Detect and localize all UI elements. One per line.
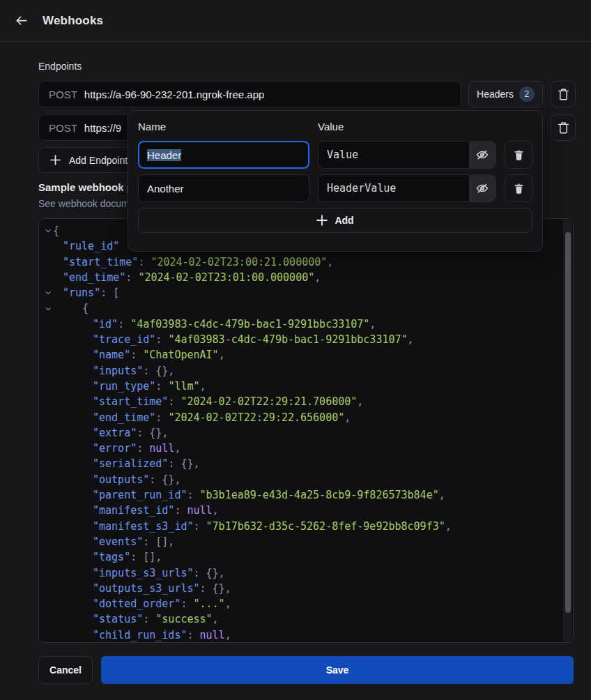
code-gutter xyxy=(43,332,53,347)
headers-count-badge: 2 xyxy=(519,86,535,102)
code-gutter xyxy=(43,317,53,332)
code-gutter xyxy=(43,410,53,425)
code-gutter xyxy=(43,487,53,503)
code-scrollbar-thumb[interactable] xyxy=(565,232,571,613)
code-gutter xyxy=(43,394,53,409)
cancel-button[interactable]: Cancel xyxy=(38,656,93,684)
code-gutter xyxy=(43,254,53,270)
back-button[interactable] xyxy=(13,13,29,29)
header-name-text: Another xyxy=(147,183,184,195)
endpoint-method: POST xyxy=(49,122,77,134)
plus-icon xyxy=(316,215,328,226)
collapse-caret-icon[interactable] xyxy=(43,285,53,300)
delete-header-button[interactable] xyxy=(505,141,532,169)
collapse-caret-icon[interactable] xyxy=(43,223,53,238)
arrow-left-icon xyxy=(14,13,29,28)
page-title: Webhooks xyxy=(43,14,103,28)
trash-icon xyxy=(514,183,524,195)
webhooks-panel: Webhooks Endpoints POST https://a-96-90-… xyxy=(0,0,591,700)
top-bar: Webhooks xyxy=(0,0,591,42)
eye-off-icon xyxy=(475,181,489,195)
headers-popover: Name Value Header Value xyxy=(128,110,543,252)
code-line: "parent_run_id": "b3b1ea89-e43d-4a25-8cb… xyxy=(43,487,559,503)
collapse-caret-icon[interactable] xyxy=(43,300,53,316)
add-endpoint-label: Add Endpoint xyxy=(69,155,128,166)
code-line: "manifest_id": null, xyxy=(43,503,559,518)
endpoint-row: POST https://a-96-90-232-201.ngrok-free.… xyxy=(38,81,461,107)
code-line: "id": "4af03983-c4dc-479b-bac1-9291bbc33… xyxy=(43,317,559,332)
code-gutter xyxy=(43,596,53,611)
code-gutter xyxy=(43,581,53,596)
endpoint-url: https://9 xyxy=(84,122,121,134)
code-line: "error": null, xyxy=(43,441,559,456)
code-line: "status": "success", xyxy=(43,611,559,627)
code-line: "run_type": "llm", xyxy=(43,379,559,394)
code-gutter xyxy=(43,441,53,456)
code-gutter xyxy=(43,238,53,254)
code-gutter xyxy=(43,347,53,363)
payload-code-viewer[interactable]: {"rule_id""start_time": "2024-02-02T23:0… xyxy=(38,218,574,643)
value-column-label: Value xyxy=(318,121,344,132)
code-gutter xyxy=(43,611,53,627)
eye-off-icon xyxy=(475,148,489,162)
code-gutter xyxy=(43,549,53,565)
toggle-value-visibility-button[interactable] xyxy=(469,175,496,201)
trash-icon xyxy=(558,88,569,101)
footer-actions: Cancel Save xyxy=(38,656,574,684)
code-gutter xyxy=(43,379,53,394)
code-line: "dotted_order": "...", xyxy=(43,596,559,611)
code-line: "extra": {}, xyxy=(43,425,559,441)
code-line: "child_run_ids": null, xyxy=(43,627,559,643)
selected-text: Header xyxy=(147,149,181,161)
code-line: "end_time": "2024-02-02T22:29:22.656000"… xyxy=(43,410,559,425)
code-line: "end_time": "2024-02-02T23:01:00.000000"… xyxy=(43,270,559,285)
endpoints-label: Endpoints xyxy=(38,61,82,72)
code-line: "events": [], xyxy=(43,534,559,549)
code-line: "inputs_s3_urls": {}, xyxy=(43,565,559,581)
endpoint-url-input[interactable]: POST https://a-96-90-232-201.ngrok-free.… xyxy=(38,81,461,107)
code-line: "serialized": {}, xyxy=(43,456,559,471)
header-value-input[interactable]: Value xyxy=(318,141,496,169)
code-line: "outputs": {}, xyxy=(43,472,559,487)
add-header-label: Add xyxy=(335,215,353,226)
code-line: "manifest_s3_id": "7b17b632-d35c-5262-8f… xyxy=(43,519,559,534)
delete-endpoint-button[interactable] xyxy=(551,81,576,107)
name-column-label: Name xyxy=(138,121,318,132)
headers-button-label: Headers xyxy=(477,89,514,100)
code-gutter xyxy=(43,456,53,471)
code-gutter xyxy=(43,534,53,549)
endpoint-method: POST xyxy=(49,89,77,100)
code-gutter xyxy=(43,472,53,487)
code-gutter xyxy=(43,363,53,379)
add-header-button[interactable]: Add xyxy=(138,208,532,233)
popover-column-labels: Name Value xyxy=(138,121,532,132)
code-line: "trace_id": "4af03983-c4dc-479b-bac1-929… xyxy=(43,332,559,347)
code-line: "tags": [], xyxy=(43,549,559,565)
header-name-input[interactable]: Header xyxy=(138,141,309,169)
delete-header-button[interactable] xyxy=(505,174,532,202)
headers-button[interactable]: Headers 2 xyxy=(468,81,543,107)
plus-icon xyxy=(50,155,61,165)
code-line: "outputs_s3_urls": {}, xyxy=(43,581,559,596)
code-line: "start_time": "2024-02-02T22:29:21.70600… xyxy=(43,394,559,409)
code-line: { xyxy=(43,300,559,316)
save-button[interactable]: Save xyxy=(101,656,574,684)
code-lines: {"rule_id""start_time": "2024-02-02T23:0… xyxy=(43,223,559,643)
endpoint-url: https://a-96-90-232-201.ngrok-free.app xyxy=(84,89,265,100)
code-gutter xyxy=(43,425,53,441)
header-name-input[interactable]: Another xyxy=(138,174,309,202)
code-line: "name": "ChatOpenAI", xyxy=(43,347,559,363)
code-gutter xyxy=(43,503,53,518)
code-gutter xyxy=(43,270,53,285)
code-line: "start_time": "2024-02-02T23:00:21.00000… xyxy=(43,254,559,270)
toggle-value-visibility-button[interactable] xyxy=(469,142,496,168)
code-line: "inputs": {}, xyxy=(43,363,559,379)
header-row: Header Value xyxy=(138,141,532,169)
delete-endpoint-button[interactable] xyxy=(551,114,576,141)
trash-icon xyxy=(514,149,524,161)
code-gutter xyxy=(43,565,53,581)
code-gutter xyxy=(43,519,53,534)
code-line: "runs": [ xyxy=(43,285,559,300)
header-value-text: HeaderValue xyxy=(327,182,396,195)
header-value-input[interactable]: HeaderValue xyxy=(318,174,496,202)
